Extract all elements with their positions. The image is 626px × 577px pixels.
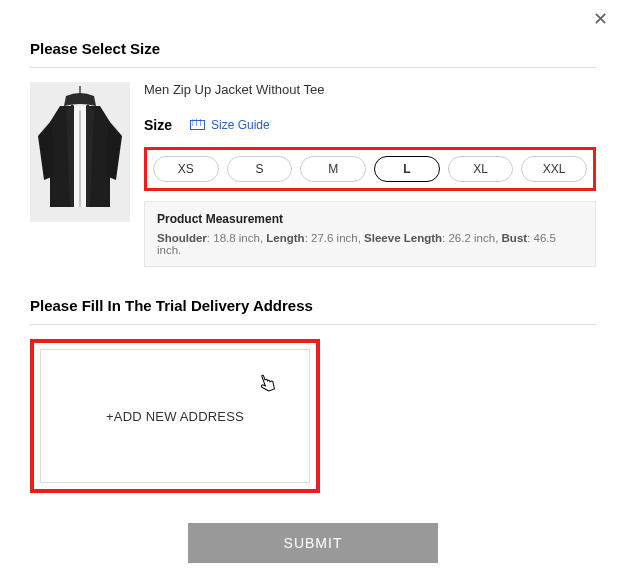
close-button[interactable]: ✕ <box>593 10 608 28</box>
length-value: : 27.6 inch, <box>305 232 364 244</box>
size-option-m[interactable]: M <box>300 156 366 182</box>
submit-button[interactable]: SUBMIT <box>188 523 438 563</box>
address-section-title: Please Fill In The Trial Delivery Addres… <box>30 297 596 314</box>
size-option-s[interactable]: S <box>227 156 293 182</box>
add-address-label: +ADD NEW ADDRESS <box>106 409 244 424</box>
divider <box>30 67 596 68</box>
product-name: Men Zip Up Jacket Without Tee <box>144 82 596 97</box>
size-options-highlight: XS S M L XL XXL <box>144 147 596 191</box>
size-option-xxl[interactable]: XXL <box>521 156 587 182</box>
size-guide-text: Size Guide <box>211 118 270 132</box>
shoulder-value: : 18.8 inch, <box>207 232 266 244</box>
sleeve-value: : 26.2 inch, <box>442 232 501 244</box>
size-option-xs[interactable]: XS <box>153 156 219 182</box>
size-header: Size Size Guide <box>144 117 596 133</box>
add-address-button[interactable]: +ADD NEW ADDRESS <box>40 349 310 483</box>
product-details: Men Zip Up Jacket Without Tee Size Size … <box>144 82 596 267</box>
ruler-icon <box>190 120 205 130</box>
sleeve-label: Sleeve Length <box>364 232 442 244</box>
measurement-title: Product Measurement <box>157 212 583 226</box>
size-option-xl[interactable]: XL <box>448 156 514 182</box>
select-size-title: Please Select Size <box>30 40 596 57</box>
product-row: Men Zip Up Jacket Without Tee Size Size … <box>30 82 596 267</box>
measurement-box: Product Measurement Shoulder: 18.8 inch,… <box>144 201 596 267</box>
size-label: Size <box>144 117 172 133</box>
shoulder-label: Shoulder <box>157 232 207 244</box>
address-highlight: +ADD NEW ADDRESS <box>30 339 320 493</box>
jacket-illustration <box>30 82 130 222</box>
submit-row: SUBMIT <box>30 523 596 563</box>
divider-2 <box>30 324 596 325</box>
size-option-l[interactable]: L <box>374 156 440 182</box>
size-guide-link[interactable]: Size Guide <box>190 118 270 132</box>
length-label: Length <box>266 232 304 244</box>
measurement-text: Shoulder: 18.8 inch, Length: 27.6 inch, … <box>157 232 583 256</box>
product-image <box>30 82 130 222</box>
bust-label: Bust <box>502 232 528 244</box>
